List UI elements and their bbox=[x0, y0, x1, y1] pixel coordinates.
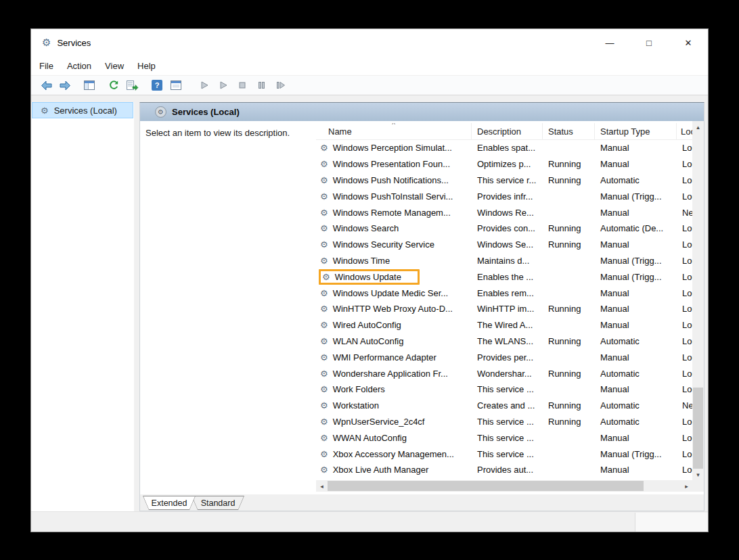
service-name: Windows Update bbox=[335, 272, 401, 282]
service-description: Windows Re... bbox=[472, 208, 543, 218]
service-row[interactable]: ⚙Windows PushToInstall Servi...Provides … bbox=[316, 188, 704, 204]
service-name-cell: ⚙Xbox Accessory Managemen... bbox=[316, 449, 472, 459]
service-description: Enables spat... bbox=[472, 143, 543, 153]
description-panel: Select an item to view its description. bbox=[140, 121, 316, 494]
service-row[interactable]: ⚙Work FoldersThis service ...ManualLoc bbox=[316, 381, 704, 398]
maximize-button[interactable]: □ bbox=[629, 29, 669, 56]
service-status: Running bbox=[543, 159, 595, 169]
service-startup-type: Manual bbox=[595, 304, 677, 314]
service-name-wrap: ⚙WpnUserService_2c4cf bbox=[320, 417, 424, 427]
column-header-description[interactable]: Description bbox=[472, 123, 543, 140]
service-row[interactable]: ⚙WorkstationCreates and ...RunningAutoma… bbox=[316, 398, 704, 414]
tree-item-services-local[interactable]: ⚙ Services (Local) bbox=[32, 102, 133, 118]
properties-icon[interactable] bbox=[166, 76, 185, 94]
service-row[interactable]: ⚙WpnUserService_2c4cfThis service ...Run… bbox=[316, 414, 704, 430]
service-name-wrap: ⚙Wondershare Application Fr... bbox=[320, 369, 448, 379]
scroll-left-icon[interactable]: ◂ bbox=[316, 480, 328, 492]
service-name: Windows Presentation Foun... bbox=[333, 159, 450, 169]
service-name: Wondershare Application Fr... bbox=[333, 369, 448, 379]
horizontal-scrollbar-thumb[interactable] bbox=[328, 481, 644, 491]
scroll-down-icon[interactable]: ▾ bbox=[692, 469, 704, 480]
service-name-wrap: ⚙Windows Perception Simulat... bbox=[320, 143, 452, 153]
export-list-icon[interactable] bbox=[123, 76, 142, 94]
service-row[interactable]: ⚙WinHTTP Web Proxy Auto-D...WinHTTP im..… bbox=[316, 301, 704, 317]
scroll-right-icon[interactable]: ▸ bbox=[681, 480, 692, 492]
stop-service-icon[interactable] bbox=[233, 76, 252, 94]
restart-service-icon[interactable] bbox=[271, 76, 290, 94]
service-row[interactable]: ⚙WMI Performance AdapterProvides per...M… bbox=[316, 349, 704, 365]
service-startup-type: Automatic bbox=[595, 336, 677, 346]
service-gear-icon: ⚙ bbox=[320, 320, 328, 330]
service-name-cell: ⚙WinHTTP Web Proxy Auto-D... bbox=[316, 304, 472, 314]
title-bar: ⚙ Services — □ ✕ bbox=[31, 29, 708, 56]
service-row[interactable]: ⚙Windows Update Medic Ser...Enables rem.… bbox=[316, 285, 704, 301]
service-row[interactable]: ⚙Wired AutoConfigThe Wired A...ManualLoc bbox=[316, 317, 704, 333]
tab-standard[interactable]: Standard bbox=[192, 496, 244, 510]
service-name-cell: ⚙Windows Security Service bbox=[316, 239, 472, 250]
menu-action[interactable]: Action bbox=[60, 57, 98, 74]
horizontal-scrollbar[interactable]: ◂ ▸ bbox=[316, 480, 692, 492]
service-startup-type: Automatic bbox=[595, 417, 677, 427]
menu-help[interactable]: Help bbox=[131, 57, 162, 74]
service-startup-type: Manual (Trigg... bbox=[595, 191, 677, 202]
service-description: Creates and ... bbox=[472, 400, 543, 411]
service-name-wrap: ⚙WMI Performance Adapter bbox=[320, 352, 436, 363]
vertical-scrollbar[interactable]: ▴ ▾ bbox=[692, 121, 704, 480]
show-console-tree-icon[interactable] bbox=[80, 76, 99, 94]
scrollbar-corner bbox=[692, 480, 704, 492]
pause-service-icon[interactable] bbox=[252, 76, 271, 94]
service-name: WLAN AutoConfig bbox=[333, 336, 404, 346]
start-service-icon[interactable] bbox=[195, 76, 214, 94]
service-row[interactable]: ⚙Windows Push Notifications...This servi… bbox=[316, 172, 704, 189]
service-name: WpnUserService_2c4cf bbox=[333, 417, 425, 427]
service-row[interactable]: ⚙Windows Security ServiceWindows Se...Ru… bbox=[316, 237, 704, 253]
service-description: This service ... bbox=[472, 417, 543, 427]
service-name-wrap: ⚙Wired AutoConfig bbox=[320, 320, 401, 330]
service-row[interactable]: ⚙Windows UpdateEnables the ...Manual (Tr… bbox=[316, 269, 704, 285]
tab-extended[interactable]: Extended bbox=[143, 496, 196, 510]
service-gear-icon: ⚙ bbox=[320, 433, 328, 443]
service-startup-type: Automatic bbox=[595, 400, 677, 411]
refresh-icon[interactable] bbox=[104, 76, 123, 94]
status-bar-pane bbox=[635, 513, 708, 532]
back-icon[interactable] bbox=[37, 76, 55, 94]
service-row[interactable]: ⚙Windows Perception Simulat...Enables sp… bbox=[316, 140, 704, 156]
service-name-cell: ⚙Windows Update Medic Ser... bbox=[316, 288, 472, 298]
service-gear-icon: ⚙ bbox=[320, 239, 328, 250]
service-row[interactable]: ⚙Xbox Live Auth ManagerProvides aut...Ma… bbox=[316, 462, 704, 478]
service-startup-type: Manual bbox=[595, 320, 677, 330]
close-button[interactable]: ✕ bbox=[669, 29, 708, 56]
service-row[interactable]: ⚙Windows SearchProvides con...RunningAut… bbox=[316, 220, 704, 237]
help-icon[interactable]: ? bbox=[148, 76, 166, 94]
service-row[interactable]: ⚙Xbox Accessory Managemen...This service… bbox=[316, 446, 704, 462]
service-gear-icon: ⚙ bbox=[320, 288, 328, 298]
forward-icon[interactable] bbox=[55, 76, 74, 94]
service-name-cell: ⚙Windows Search bbox=[316, 223, 472, 233]
column-header-startup-type[interactable]: Startup Type bbox=[595, 123, 677, 140]
service-row[interactable]: ⚙Windows Presentation Foun...Optimizes p… bbox=[316, 156, 704, 172]
service-name: WMI Performance Adapter bbox=[333, 352, 436, 363]
service-gear-icon: ⚙ bbox=[320, 465, 328, 475]
service-gear-icon: ⚙ bbox=[320, 175, 328, 185]
service-row[interactable]: ⚙WWAN AutoConfigThis service ...ManualLo… bbox=[316, 429, 704, 446]
service-name-cell: ⚙WWAN AutoConfig bbox=[316, 433, 472, 443]
service-description: The WLANS... bbox=[472, 336, 543, 346]
column-header-status[interactable]: Status bbox=[543, 123, 595, 140]
panel-divider bbox=[134, 102, 139, 511]
service-row[interactable]: ⚙Wondershare Application Fr...Wondershar… bbox=[316, 365, 704, 381]
menu-file[interactable]: File bbox=[32, 57, 60, 74]
service-name-wrap: ⚙WWAN AutoConfig bbox=[320, 433, 407, 443]
toolbar: ? bbox=[31, 75, 708, 95]
service-row[interactable]: ⚙Windows Remote Managem...Windows Re...M… bbox=[316, 204, 704, 220]
vertical-scrollbar-thumb[interactable] bbox=[693, 388, 703, 469]
service-name-wrap: ⚙WinHTTP Web Proxy Auto-D... bbox=[320, 304, 453, 314]
service-row[interactable]: ⚙Windows TimeMaintains d...Manual (Trigg… bbox=[316, 253, 704, 269]
service-gear-icon: ⚙ bbox=[320, 191, 328, 202]
resume-service-icon[interactable] bbox=[214, 76, 233, 94]
column-header-name[interactable]: ^ Name bbox=[316, 123, 472, 140]
menu-view[interactable]: View bbox=[98, 57, 131, 74]
service-name: Xbox Accessory Managemen... bbox=[333, 449, 454, 459]
service-row[interactable]: ⚙WLAN AutoConfigThe WLANS...RunningAutom… bbox=[316, 333, 704, 350]
minimize-button[interactable]: — bbox=[590, 29, 629, 56]
scroll-up-icon[interactable]: ▴ bbox=[692, 121, 704, 133]
